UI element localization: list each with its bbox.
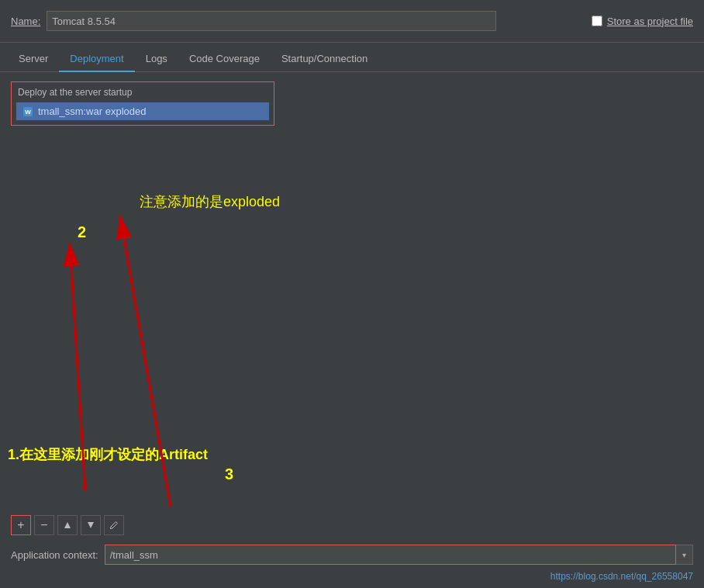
arrows-overlay — [0, 72, 704, 588]
tab-logs[interactable]: Logs — [135, 48, 178, 72]
svg-line-4 — [120, 216, 171, 507]
app-context-label: Application context: — [11, 549, 98, 561]
deploy-section: Deploy at the server startup W tmall_ssm… — [11, 81, 274, 126]
url-bar: https://blog.csdn.net/qq_26558047 — [550, 571, 693, 582]
store-project-container: Store as project file — [592, 16, 693, 27]
tab-code-coverage[interactable]: Code Coverage — [178, 48, 271, 72]
svg-text:W: W — [25, 109, 31, 116]
edit-button[interactable] — [104, 515, 124, 535]
main-content: Deploy at the server startup W tmall_ssm… — [0, 72, 704, 588]
app-context-input[interactable] — [105, 545, 676, 565]
artifact-icon: W — [22, 106, 33, 117]
deploy-label: Deploy at the server startup — [16, 87, 269, 98]
tab-server[interactable]: Server — [8, 48, 59, 72]
tabs-bar: Server Deployment Logs Code Coverage Sta… — [0, 43, 704, 72]
annotation-bottom-text: 1.在这里添加刚才设定的Artifact — [8, 445, 208, 464]
deploy-item-label: tmall_ssm:war exploded — [38, 105, 146, 117]
svg-marker-6 — [88, 522, 94, 528]
store-project-label[interactable]: Store as project file — [607, 16, 693, 27]
app-context-row: Application context: ▾ — [11, 545, 693, 565]
header: Name: Store as project file — [0, 0, 704, 43]
tab-deployment[interactable]: Deployment — [59, 48, 134, 72]
name-label: Name: — [11, 16, 40, 27]
annotation-number-3: 3 — [225, 465, 233, 483]
annotation-number-2: 2 — [78, 223, 86, 241]
svg-marker-5 — [64, 522, 71, 528]
svg-line-3 — [70, 243, 85, 491]
name-input[interactable] — [47, 11, 496, 31]
annotation-note: 注意添加的是exploded — [140, 192, 280, 211]
move-up-button[interactable] — [57, 515, 78, 535]
app-context-dropdown[interactable]: ▾ — [676, 545, 693, 565]
deploy-item[interactable]: W tmall_ssm:war exploded — [16, 102, 269, 120]
app-context-input-wrap: ▾ — [105, 545, 693, 565]
bottom-toolbar: + − — [11, 515, 124, 535]
add-button[interactable]: + — [11, 515, 31, 535]
remove-button[interactable]: − — [34, 515, 54, 535]
move-down-button[interactable] — [81, 515, 101, 535]
tab-startup-connection[interactable]: Startup/Connection — [271, 48, 378, 72]
store-project-checkbox[interactable] — [592, 16, 602, 26]
